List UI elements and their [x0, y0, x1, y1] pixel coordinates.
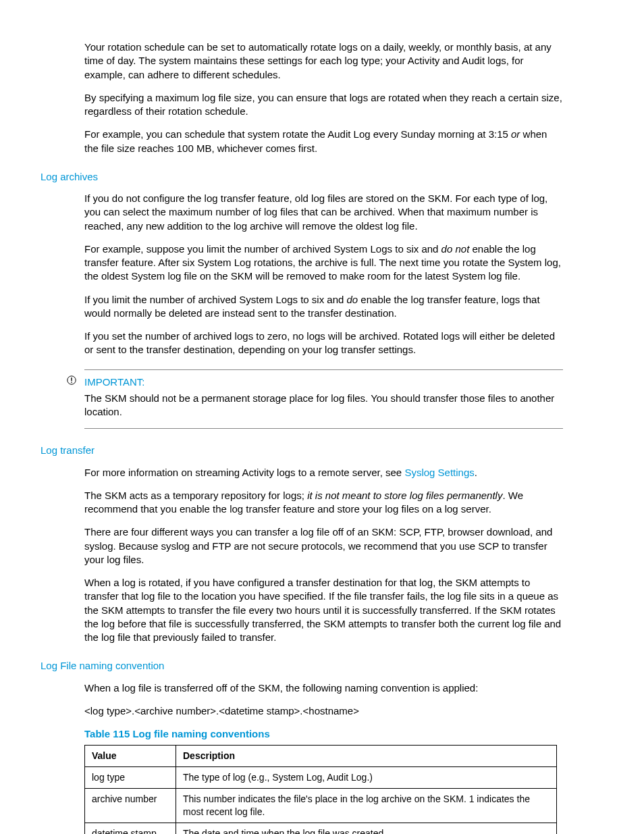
table-row: log type The type of log (e.g., System L…	[85, 767, 557, 789]
para-intro-3: For example, you can schedule that syste…	[41, 128, 563, 155]
heading-log-transfer: Log transfer	[41, 444, 563, 457]
important-icon	[67, 375, 76, 388]
text: If you limit the number of archived Syst…	[84, 294, 347, 305]
text: The SKM acts as a temporary repository f…	[84, 490, 307, 501]
para-transfer-3: There are four different ways you can tr…	[41, 525, 563, 567]
para-naming-2: <log type>.<archive number>.<datetime st…	[41, 704, 563, 718]
emphasis-not-permanent: it is not meant to store log files perma…	[307, 490, 502, 501]
cell-desc: The date and time when the log file was …	[176, 823, 557, 834]
important-note: IMPORTANT: The SKM should not be a perma…	[84, 369, 563, 429]
text: For example, suppose you limit the numbe…	[84, 243, 441, 255]
table-row: datetime stamp The date and time when th…	[85, 823, 557, 834]
cell-value: archive number	[85, 789, 176, 823]
para-archives-4: If you set the number of archived logs t…	[41, 330, 563, 357]
text: .	[475, 467, 477, 478]
link-syslog-settings[interactable]: Syslog Settings	[404, 467, 474, 478]
emphasis-do-not: do not	[441, 243, 470, 255]
emphasis-or: or	[511, 128, 520, 140]
table-title: Table 115 Log file naming conventions	[84, 727, 563, 741]
para-intro-2: By specifying a maximum log file size, y…	[41, 91, 563, 119]
important-heading: IMPORTANT:	[84, 375, 563, 389]
emphasis-do: do	[347, 294, 358, 305]
heading-naming-convention: Log File naming convention	[41, 659, 563, 673]
svg-rect-1	[71, 377, 72, 381]
important-body: The SKM should not be a permanent storag…	[84, 392, 563, 419]
para-transfer-1: For more information on streaming Activi…	[41, 466, 563, 479]
para-archives-3: If you limit the number of archived Syst…	[41, 293, 563, 321]
cell-desc: The type of log (e.g., System Log, Audit…	[176, 767, 557, 789]
para-naming-1: When a log file is transferred off of th…	[41, 681, 563, 695]
heading-log-archives: Log archives	[41, 170, 563, 184]
cell-desc: This number indicates the file's place i…	[176, 789, 557, 823]
text: For more information on streaming Activi…	[84, 467, 404, 478]
para-transfer-4: When a log is rotated, if you have confi…	[41, 576, 563, 644]
svg-rect-2	[71, 382, 72, 383]
para-archives-1: If you do not configure the log transfer…	[41, 192, 563, 233]
cell-value: datetime stamp	[85, 823, 176, 834]
table-header-row: Value Description	[85, 746, 557, 767]
table-row: archive number This number indicates the…	[85, 789, 557, 823]
col-value: Value	[85, 746, 176, 767]
text: For example, you can schedule that syste…	[84, 128, 511, 140]
cell-value: log type	[85, 767, 176, 789]
naming-table: Value Description log type The type of l…	[84, 745, 557, 834]
para-transfer-2: The SKM acts as a temporary repository f…	[41, 489, 563, 517]
para-intro-1: Your rotation schedule can be set to aut…	[41, 41, 563, 82]
col-description: Description	[176, 746, 557, 767]
para-archives-2: For example, suppose you limit the numbe…	[41, 242, 563, 284]
